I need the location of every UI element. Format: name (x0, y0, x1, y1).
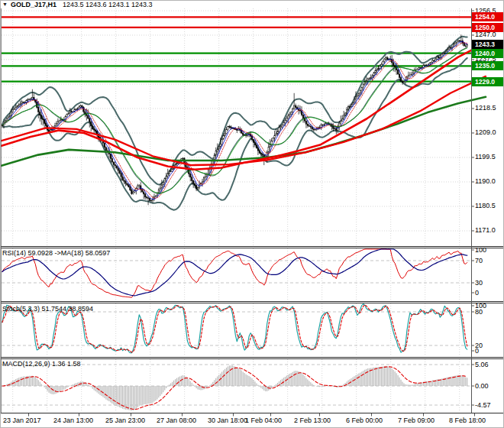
time-axis-label: 7 Feb 09:00 (398, 417, 435, 424)
price-tick-label: 1171.0 (475, 226, 496, 235)
macd-tick-label: 5.06 (475, 361, 489, 369)
current-price-badge: 1243.3 (472, 40, 503, 49)
price-tick-label: 1190.0 (475, 177, 496, 186)
macd-tick-label: -4.57 (475, 401, 491, 410)
rsi-tick-label: 0 (475, 289, 479, 297)
resistance-price-badge: 1254.0 (472, 12, 503, 21)
time-axis-label: 24 Jan 13:00 (53, 417, 93, 424)
time-axis-label: 27 Jan 08:00 (157, 417, 196, 424)
symbol-dropdown-icon[interactable]: ▼ (2, 2, 8, 7)
stoch-indicator-label: Stoch(5,3,3) 51.7544 38.8594 (2, 305, 93, 313)
rsi-tick-label: 30 (475, 279, 483, 287)
time-axis-label: 23 Jan 2017 (3, 417, 41, 424)
macd-indicator-label: MACD(12,26,9) 1.36 1.58 (2, 360, 81, 368)
time-axis-label: 1 Feb 04:00 (245, 417, 282, 424)
time-axis-label: 8 Feb 18:00 (449, 417, 486, 424)
time-axis-label: 2 Feb 13:00 (294, 417, 331, 424)
price-tick-label: 1218.5 (475, 104, 496, 112)
price-tick-label: 1180.5 (475, 202, 496, 210)
stoch-tick-label: 80 (475, 308, 483, 316)
price-tick-label: 1247.0 (475, 31, 496, 39)
symbol-name: GOLD_J17,H1 (11, 1, 57, 8)
resistance-price-badge: 1250.0 (472, 23, 503, 32)
rsi-tick-label: 100 (475, 246, 486, 255)
support-price-badge: 1240.0 (472, 49, 503, 58)
price-tick-label: 1209.0 (475, 128, 496, 137)
macd-tick-label: 0.00 (475, 382, 489, 391)
support-price-badge: 1229.0 (472, 77, 503, 86)
rsi-tick-label: 70 (475, 257, 483, 265)
time-axis-label: 6 Feb 00:00 (346, 417, 383, 424)
ohlc-quote: 1243.5 1243.6 1243.1 1243.3 (63, 1, 153, 8)
support-price-badge: 1235.0 (472, 61, 503, 70)
price-tick-label: 1199.5 (475, 153, 496, 161)
stoch-tick-label: 0 (475, 347, 479, 355)
time-axis-label: 30 Jan 18:00 (208, 417, 247, 424)
chart-title: ▼GOLD_J17,H11243.5 1243.6 1243.1 1243.3 (2, 1, 153, 9)
time-axis-label: 25 Jan 23:00 (105, 417, 145, 424)
rsi-indicator-label: RSI(14) 59.0928 ->MA(18) 58.0597 (2, 249, 110, 257)
mt4-chart-window: ▼GOLD_J17,H11243.5 1243.6 1243.1 1243.3 … (0, 0, 504, 428)
